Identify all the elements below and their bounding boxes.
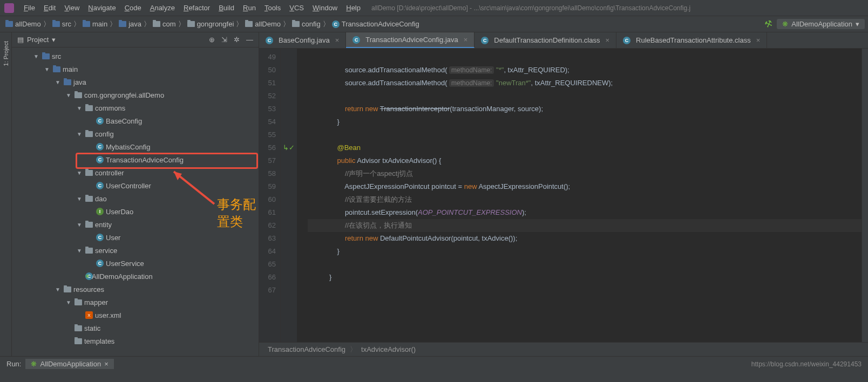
- menu-view[interactable]: View: [60, 4, 84, 12]
- code-line[interactable]: [308, 258, 862, 271]
- menu-window[interactable]: Window: [308, 4, 342, 12]
- editor-scrollbar[interactable]: [862, 49, 868, 342]
- class-icon: [96, 182, 104, 189]
- editor-tab[interactable]: DefaultTransactionDefinition.class×: [474, 32, 616, 48]
- code-line[interactable]: //在该切点，执行通知: [308, 219, 862, 232]
- locate-icon[interactable]: ⊕: [209, 36, 215, 44]
- tree-item[interactable]: ▼service: [12, 244, 259, 257]
- tree-item[interactable]: UserController: [12, 179, 259, 192]
- menu-code[interactable]: Code: [120, 4, 146, 12]
- code-line[interactable]: @Bean: [308, 141, 862, 154]
- menu-refactor[interactable]: Refactor: [179, 4, 214, 12]
- tree-item[interactable]: ▼resources: [12, 283, 259, 296]
- tree-item[interactable]: UserService: [12, 257, 259, 270]
- code-line[interactable]: pointcut.setExpression(AOP_POINTCUT_EXPR…: [308, 206, 862, 219]
- menu-analyze[interactable]: Analyze: [146, 4, 179, 12]
- tree-item[interactable]: static: [12, 322, 259, 335]
- close-icon[interactable]: ×: [756, 36, 761, 44]
- tree-item[interactable]: MybatisConfig: [12, 140, 259, 153]
- folder-icon: [52, 21, 60, 27]
- code-line[interactable]: }: [308, 271, 862, 284]
- code-line[interactable]: public Advisor txAdviceAdvisor() {: [308, 154, 862, 167]
- tree-item[interactable]: ▼controller: [12, 166, 259, 179]
- breadcrumb-item[interactable]: allDemo: [243, 20, 283, 28]
- menu-edit[interactable]: Edit: [39, 4, 60, 12]
- code-line[interactable]: source.addTransactionalMethod( methodNam…: [308, 77, 862, 90]
- tree-item[interactable]: ▼commons: [12, 101, 259, 114]
- crumb-class[interactable]: TransactionAdviceConfig: [268, 345, 345, 353]
- tree-item[interactable]: ▼java: [12, 76, 259, 88]
- active-run-config[interactable]: ❋ AllDemoApplication ×: [25, 359, 113, 369]
- breadcrumb-item[interactable]: allDemo: [3, 20, 43, 28]
- tree-item[interactable]: User: [12, 231, 259, 244]
- code-line[interactable]: return new DefaultPointcutAdvisor(pointc…: [308, 232, 862, 245]
- editor-tab[interactable]: TransactionAdviceConfig.java×: [346, 32, 474, 48]
- breadcrumb-item[interactable]: gongrongfei: [185, 20, 236, 28]
- code-line[interactable]: [308, 51, 862, 64]
- breadcrumb-item[interactable]: src: [50, 20, 73, 28]
- close-icon[interactable]: ×: [335, 36, 340, 44]
- close-icon[interactable]: ×: [464, 36, 468, 44]
- menu-build[interactable]: Build: [214, 4, 239, 12]
- crumb-method[interactable]: txAdviceAdvisor(): [361, 345, 416, 353]
- settings-icon[interactable]: ✲: [234, 36, 240, 44]
- tree-item[interactable]: ▼config: [12, 127, 259, 140]
- chevron-down-icon[interactable]: ▾: [52, 36, 56, 44]
- class-icon: [96, 117, 104, 125]
- breadcrumb-item[interactable]: TransactionAdviceConfig: [330, 20, 422, 28]
- project-view-icon: ▤: [17, 36, 24, 44]
- line-gutter[interactable]: 49505152535455565758596061626364656667: [259, 49, 281, 342]
- code-line[interactable]: [308, 128, 862, 141]
- editor-tab[interactable]: RuleBasedTransactionAttribute.class×: [616, 32, 767, 48]
- code-line[interactable]: }: [308, 115, 862, 128]
- code-line[interactable]: //设置需要拦截的方法: [308, 193, 862, 206]
- code-line[interactable]: source.addTransactionalMethod( methodNam…: [308, 64, 862, 77]
- folder-blue-icon: [64, 79, 71, 85]
- breadcrumb-item[interactable]: java: [117, 20, 144, 28]
- code-line[interactable]: [308, 90, 862, 103]
- close-icon[interactable]: ×: [104, 360, 109, 368]
- tree-item[interactable]: ❋AllDemoApplication: [12, 270, 259, 283]
- build-icon[interactable]: ⚒: [763, 18, 774, 30]
- tree-item[interactable]: ▼main: [12, 63, 259, 76]
- expand-icon[interactable]: ⇲: [221, 36, 227, 44]
- editor-tab[interactable]: BaseConfig.java×: [259, 32, 346, 48]
- collapse-icon[interactable]: —: [246, 36, 253, 44]
- folder-icon: [74, 325, 82, 331]
- tree-item-label: UserDao: [106, 208, 133, 216]
- class-icon: [96, 143, 104, 151]
- tree-item[interactable]: user.xml: [12, 309, 259, 322]
- code-editor[interactable]: source.addTransactionalMethod( methodNam…: [297, 49, 862, 342]
- spring-icon: ❋: [31, 360, 37, 368]
- code-line[interactable]: }: [308, 245, 862, 258]
- tree-item[interactable]: TransactionAdviceConfig: [12, 153, 259, 166]
- class-icon: [332, 21, 340, 28]
- code-line[interactable]: [308, 284, 862, 297]
- close-icon[interactable]: ×: [605, 36, 609, 44]
- code-line[interactable]: AspectJExpressionPointcut pointcut = new…: [308, 180, 862, 193]
- run-config-selector[interactable]: ❋ AllDemoApplication ▾: [777, 19, 865, 29]
- breadcrumb-item[interactable]: com: [151, 20, 178, 28]
- project-tree[interactable]: 事务配置类 ▼src▼main▼java▼com.gongrongfei.all…: [12, 47, 259, 356]
- breadcrumb-item[interactable]: config: [290, 20, 323, 28]
- tree-item[interactable]: ▼src: [12, 50, 259, 63]
- menu-run[interactable]: Run: [239, 4, 260, 12]
- tree-item[interactable]: templates: [12, 335, 259, 347]
- menu-file[interactable]: File: [19, 4, 39, 12]
- project-tool-tab[interactable]: 1: Project: [2, 38, 10, 69]
- menu-bar: FileEditViewNavigateCodeAnalyzeRefactorB…: [0, 0, 868, 16]
- breadcrumb-item[interactable]: main: [80, 20, 110, 28]
- tree-item[interactable]: ▼mapper: [12, 296, 259, 309]
- menu-help[interactable]: Help: [342, 4, 365, 12]
- menu-tools[interactable]: Tools: [260, 4, 285, 12]
- code-line[interactable]: return new TransactionInterceptor(transa…: [308, 103, 862, 115]
- tree-item-label: AllDemoApplication: [92, 272, 153, 281]
- run-tool-window-tab[interactable]: Run: ❋ AllDemoApplication ×: [6, 359, 114, 369]
- menu-navigate[interactable]: Navigate: [84, 4, 120, 12]
- code-line[interactable]: //声明一个aspectj切点: [308, 167, 862, 180]
- menu-vcs[interactable]: VCS: [285, 4, 308, 12]
- tree-item[interactable]: ▼com.gongrongfei.allDemo: [12, 88, 259, 101]
- tree-item[interactable]: BaseConfig: [12, 114, 259, 127]
- chevron-down-icon: ▾: [856, 20, 859, 28]
- editor-crumb-bar[interactable]: TransactionAdviceConfig 〉 txAdviceAdviso…: [259, 342, 868, 356]
